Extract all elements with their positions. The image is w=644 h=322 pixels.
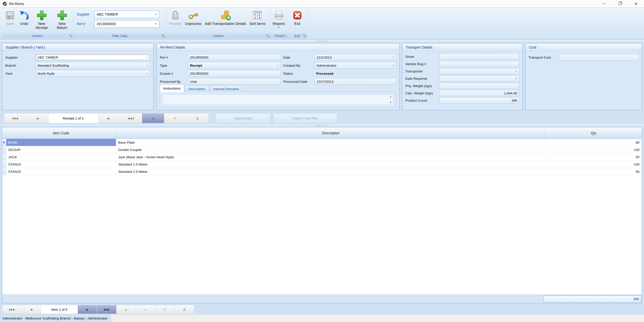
chevron-down-icon[interactable]: ▼ [146, 64, 148, 67]
chevron-down-icon[interactable]: ▼ [146, 72, 148, 75]
chevron-down-icon[interactable]: ▼ [392, 56, 394, 59]
chevron-down-icon[interactable]: ▼ [277, 64, 279, 67]
item-prev-button[interactable]: ◀ [22, 305, 41, 314]
item-remove-button[interactable]: − [136, 305, 155, 314]
tab-description[interactable]: Description [185, 86, 209, 92]
table-row[interactable]: STAN15 Standard 1.5 Metre 100 [2, 161, 642, 168]
undo-button[interactable]: Undo [17, 9, 31, 26]
cell-item-code[interactable]: DCOUP [6, 146, 116, 153]
date-combobox[interactable]: 12/1/2013 ▼ [314, 54, 396, 61]
sort-items-label: Sort Items [250, 22, 266, 26]
cell-qty[interactable]: 130 [545, 146, 642, 153]
textarea-scrollbar[interactable]: ▲ ▼ [388, 95, 393, 105]
tab-instructions[interactable]: Instructions [160, 85, 184, 92]
cell-description[interactable]: Double Coupler [116, 146, 545, 153]
record-next-button[interactable]: ▶ [98, 113, 120, 123]
dialog-launcher-icon[interactable] [283, 34, 286, 37]
branch-combobox[interactable]: Standard Scaffolding ▼ [35, 62, 150, 69]
unprocess-button[interactable]: Unprocess [183, 9, 203, 26]
processed-by-field[interactable]: User [188, 78, 281, 85]
scroll-up-icon[interactable]: ▲ [389, 95, 392, 98]
cell-qty[interactable]: 55 [545, 168, 642, 175]
cell-item-code[interactable]: STAN15 [6, 161, 116, 168]
vehicle-reg-field[interactable] [439, 61, 519, 67]
record-prev-button[interactable]: ◀ [26, 113, 49, 123]
date-required-combobox[interactable]: ▼ [439, 75, 519, 82]
created-by-combobox[interactable]: Administrator ▼ [314, 62, 396, 69]
save-button[interactable]: Save [3, 9, 17, 26]
type-value: Receipt [190, 64, 202, 67]
process-button[interactable]: Process [168, 9, 183, 26]
table-row[interactable]: BASE Base Plate 60 [2, 139, 642, 146]
dialog-launcher-icon[interactable] [266, 34, 270, 37]
table-row[interactable]: STAN25 Standard 2.5 Metre 55 [2, 168, 642, 175]
ref-field[interactable]: 2013RI0003 [188, 54, 281, 61]
chevron-down-icon[interactable]: ▼ [515, 77, 517, 80]
column-header-description[interactable]: Description [116, 127, 545, 139]
yard-combobox[interactable]: North Ryde ▼ [35, 70, 150, 77]
chevron-down-icon[interactable]: ▼ [155, 23, 157, 25]
chevron-down-icon[interactable]: ▼ [146, 56, 148, 59]
item-confirm-button[interactable]: ✓ [155, 305, 175, 314]
cell-item-code[interactable]: STAN25 [6, 168, 116, 175]
add-transportation-details-button[interactable]: Add Transportation Details [203, 9, 248, 26]
horizontal-splitter[interactable] [0, 124, 644, 127]
table-row[interactable]: JACK Jack (Base Jack - Screw Head Style)… [2, 153, 642, 161]
driver-field[interactable] [439, 54, 519, 60]
cell-item-code[interactable]: JACK [6, 153, 116, 160]
cell-description[interactable]: Standard 2.5 Metre [116, 168, 545, 175]
cell-description[interactable]: Base Plate [116, 139, 545, 146]
column-header-item-code[interactable]: Item Code [6, 127, 116, 139]
cell-qty[interactable]: 50 [545, 153, 642, 160]
filter-ref-combobox[interactable]: 2013RI0003 ▼ [94, 20, 159, 28]
record-add-button[interactable]: + [142, 113, 164, 123]
cell-item-code[interactable]: BASE [6, 139, 116, 146]
table-row[interactable]: DCOUP Double Coupler 130 [2, 146, 642, 153]
dialog-launcher-icon[interactable] [69, 34, 73, 37]
restore-button[interactable] [612, 0, 628, 7]
sort-items-button[interactable]: A Z Z A Sort Items [248, 9, 267, 26]
quick-entry-button[interactable]: Quick Entry [215, 113, 271, 123]
supplier-label: Supplier [5, 56, 35, 59]
chevron-down-icon[interactable]: ▼ [515, 70, 517, 72]
dialog-launcher-icon[interactable] [303, 34, 306, 37]
scroll-down-icon[interactable]: ▼ [389, 101, 392, 104]
exit-button[interactable]: Exit [290, 9, 304, 26]
item-last-button[interactable]: ▶▶ [97, 305, 116, 314]
instructions-textarea[interactable]: ▲ ▼ [162, 94, 393, 105]
dialog-launcher-icon[interactable] [162, 34, 165, 37]
item-first-button[interactable]: ◀◀ [2, 305, 22, 314]
column-header-qty[interactable]: Qty [545, 127, 642, 139]
processed-date-field[interactable]: 12/17/2013 [314, 78, 396, 85]
filter-ref-row: Ref # 2013RI0003 ▼ [77, 20, 163, 28]
new-receipt-button[interactable]: New Receipt [31, 9, 52, 30]
chevron-down-icon[interactable]: ▼ [392, 64, 394, 67]
reports-button[interactable]: Reports ▼ [271, 9, 287, 29]
cell-qty[interactable]: 100 [545, 161, 642, 168]
item-next-button[interactable]: ▶ [78, 305, 97, 314]
transport-cost-field[interactable] [559, 54, 639, 61]
phy-weight-field[interactable] [439, 83, 519, 89]
record-last-button[interactable]: ▶▶ [120, 113, 142, 123]
item-cancel-button[interactable]: X [175, 305, 194, 314]
minimize-button[interactable] [596, 0, 612, 7]
supplier-combobox[interactable]: ABC TIMBER ▼ [35, 54, 150, 61]
import-from-file-button[interactable]: Import From File [273, 113, 337, 123]
record-cancel-button[interactable]: X [186, 113, 209, 123]
record-confirm-button[interactable]: ✓ [164, 113, 186, 123]
record-first-button[interactable]: ◀◀ [4, 113, 26, 123]
cell-description[interactable]: Standard 1.5 Metre [116, 161, 545, 168]
close-button[interactable]: × [628, 0, 644, 7]
cell-qty[interactable]: 60 [545, 139, 642, 146]
tab-internal-remarks[interactable]: Internal Remarks [210, 86, 243, 92]
transporter-combobox[interactable]: ▼ [439, 68, 519, 74]
item-add-button[interactable]: + [116, 305, 136, 314]
type-combobox[interactable]: Receipt ▼ [188, 62, 281, 69]
horizontal-splitter[interactable] [0, 40, 644, 42]
docket-field[interactable]: 2013RI0003 [188, 70, 281, 77]
item-position-label: Item 1 of 5 [41, 305, 78, 314]
new-return-button[interactable]: New Return [52, 9, 72, 30]
cell-description[interactable]: Jack (Base Jack - Screw Head Style) [116, 153, 545, 160]
chevron-down-icon[interactable]: ▼ [155, 13, 157, 16]
filter-supplier-combobox[interactable]: ABC TIMBER ▼ [94, 11, 159, 18]
